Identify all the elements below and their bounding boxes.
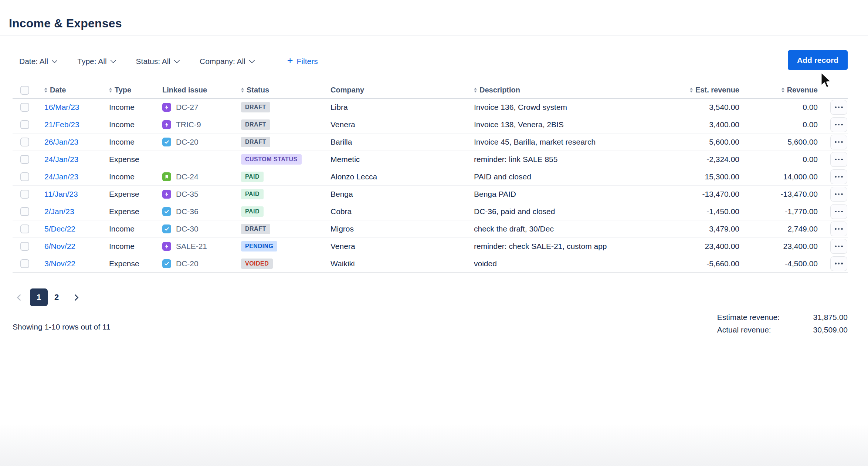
row-checkbox-cell — [13, 138, 44, 146]
title-divider — [0, 36, 868, 36]
row-more-actions-button[interactable] — [830, 222, 847, 236]
linked-issue-link[interactable]: DC-27 — [162, 103, 199, 112]
estimate-revenue-label: Estimate revenue: — [717, 313, 780, 322]
linked-issue-link[interactable]: DC-36 — [162, 207, 199, 216]
est-revenue-cell: 3,400.00 — [671, 120, 752, 129]
row-more-actions-button[interactable] — [830, 239, 847, 254]
filter-dropdown-company[interactable]: Company: All — [200, 57, 254, 66]
row-more-actions-button[interactable] — [830, 135, 847, 149]
column-label: Description — [479, 86, 520, 94]
table-header-row: DateTypeLinked issueStatusCompanyDescrip… — [13, 82, 848, 99]
page-button-2[interactable]: 2 — [48, 288, 65, 306]
row-more-actions-button[interactable] — [830, 169, 847, 184]
row-checkbox[interactable] — [20, 259, 29, 268]
date-link[interactable]: 24/Jan/23 — [44, 155, 78, 164]
pagination: 12 — [16, 288, 80, 306]
linked-issue-link[interactable]: DC-20 — [162, 259, 199, 268]
status-badge[interactable]: DRAFT — [241, 137, 270, 147]
date-cell: 11/Jan/23 — [44, 190, 109, 199]
row-checkbox[interactable] — [20, 172, 29, 181]
prev-page-button[interactable] — [16, 295, 25, 300]
row-more-actions-button[interactable] — [830, 100, 847, 115]
row-more-actions-button[interactable] — [830, 117, 847, 132]
filter-dropdown-type[interactable]: Type: All — [77, 57, 115, 66]
date-link[interactable]: 16/Mar/23 — [44, 103, 79, 112]
filter-dropdown-date[interactable]: Date: All — [19, 57, 57, 66]
row-actions-cell — [830, 239, 848, 254]
status-badge[interactable]: VOIDED — [241, 259, 273, 269]
plus-icon: + — [287, 56, 293, 66]
row-more-actions-button[interactable] — [830, 204, 847, 219]
sort-icon — [781, 88, 784, 92]
issue-key: DC-36 — [176, 207, 199, 216]
chevron-left-icon — [17, 294, 23, 301]
actual-revenue-label: Actual revenue: — [717, 325, 780, 334]
date-link[interactable]: 11/Jan/23 — [44, 190, 78, 199]
date-link[interactable]: 2/Jan/23 — [44, 207, 74, 216]
status-badge[interactable]: PAID — [241, 206, 264, 217]
row-more-actions-button[interactable] — [830, 152, 847, 167]
linked-issue-link[interactable]: DC-20 — [162, 138, 199, 146]
row-checkbox[interactable] — [20, 155, 29, 164]
next-page-button[interactable] — [71, 295, 80, 300]
status-badge[interactable]: PAID — [241, 189, 264, 199]
column-header-status[interactable]: Status — [241, 86, 330, 94]
est-revenue-cell: 3,540.00 — [671, 103, 752, 112]
row-checkbox[interactable] — [20, 120, 29, 129]
row-checkbox[interactable] — [20, 190, 29, 199]
linked-issue-link[interactable]: TRIC-9 — [162, 120, 201, 129]
task-icon — [162, 259, 171, 268]
status-badge[interactable]: DRAFT — [241, 119, 270, 130]
linked-issue-link[interactable]: DC-30 — [162, 224, 199, 233]
linked-issue-link[interactable]: SALE-21 — [162, 242, 207, 251]
date-link[interactable]: 21/Feb/23 — [44, 120, 79, 129]
est-revenue-cell: -13,470.00 — [671, 190, 752, 199]
revenue-cell: -1,770.00 — [752, 207, 830, 216]
est-revenue-cell: -2,324.00 — [671, 155, 752, 164]
description-cell: reminder: check SALE-21, custom app — [474, 242, 671, 251]
page-button-1[interactable]: 1 — [30, 288, 48, 306]
date-link[interactable]: 3/Nov/22 — [44, 259, 75, 268]
column-header-revenue[interactable]: Revenue — [752, 86, 830, 94]
date-link[interactable]: 6/Nov/22 — [44, 242, 75, 251]
status-badge[interactable]: CUSTOM STATUS — [241, 154, 302, 165]
table-row: 26/Jan/23 Income DC-20 DRAFT Barilla Inv… — [13, 134, 848, 151]
column-header-type[interactable]: Type — [109, 86, 162, 94]
row-checkbox[interactable] — [20, 242, 29, 251]
row-checkbox[interactable] — [20, 138, 29, 146]
chevron-down-icon — [52, 57, 58, 63]
row-more-actions-button[interactable] — [830, 256, 847, 271]
date-link[interactable]: 5/Dec/22 — [44, 224, 75, 233]
row-more-actions-button[interactable] — [830, 187, 847, 202]
table-row: 2/Jan/23 Expense DC-36 PAID Cobra DC-36,… — [13, 203, 848, 220]
company-cell: Migros — [330, 224, 474, 233]
linked-issue-link[interactable]: DC-35 — [162, 190, 199, 199]
row-checkbox[interactable] — [20, 224, 29, 233]
story-icon — [162, 172, 171, 181]
select-all-checkbox[interactable] — [20, 86, 29, 95]
date-cell: 24/Jan/23 — [44, 155, 109, 164]
filter-dropdown-status[interactable]: Status: All — [136, 57, 179, 66]
chevron-right-icon — [72, 294, 78, 301]
row-checkbox-cell — [13, 155, 44, 164]
epic-icon — [162, 103, 171, 112]
status-badge[interactable]: PAID — [241, 172, 264, 182]
column-header-description[interactable]: Description — [474, 86, 671, 94]
status-badge[interactable]: DRAFT — [241, 224, 270, 234]
add-record-button[interactable]: Add record — [788, 50, 848, 70]
column-header-est-revenue[interactable]: Est. revenue — [671, 86, 752, 94]
date-link[interactable]: 26/Jan/23 — [44, 138, 78, 146]
row-checkbox[interactable] — [20, 103, 29, 112]
row-checkbox[interactable] — [20, 207, 29, 216]
row-actions-cell — [830, 169, 848, 184]
page-title: Income & Expenses — [9, 17, 122, 30]
status-badge[interactable]: PENDING — [241, 241, 277, 251]
date-link[interactable]: 24/Jan/23 — [44, 172, 78, 181]
add-filters-button[interactable]: + Filters — [287, 57, 318, 66]
column-label: Revenue — [787, 86, 818, 94]
status-badge[interactable]: DRAFT — [241, 102, 270, 112]
row-actions-cell — [830, 204, 848, 219]
column-header-date[interactable]: Date — [44, 86, 109, 94]
linked-issue-link[interactable]: DC-24 — [162, 172, 199, 181]
linked-issue-cell: DC-27 — [162, 103, 241, 112]
